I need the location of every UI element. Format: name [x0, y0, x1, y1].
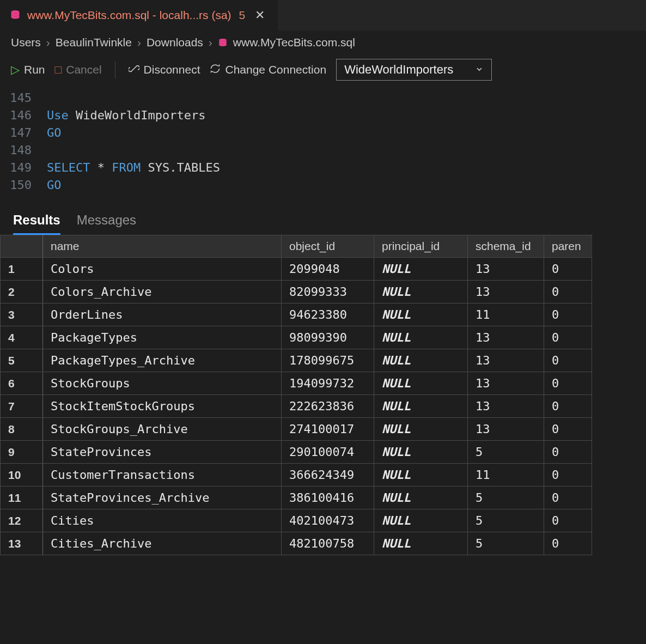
cancel-button[interactable]: □ Cancel [55, 63, 102, 76]
breadcrumb-item[interactable]: www.MyTecBits.com.sql [233, 36, 355, 49]
cell[interactable]: 386100416 [282, 487, 374, 509]
cell[interactable]: 94623380 [282, 303, 374, 326]
table-row[interactable]: 3OrderLines94623380NULL110 [1, 303, 592, 326]
cell[interactable]: 5 [468, 532, 544, 555]
cell[interactable]: 11 [468, 464, 544, 487]
column-header[interactable]: schema_id [468, 235, 544, 258]
cell[interactable]: 2099048 [282, 258, 374, 281]
cell[interactable]: StateProvinces [43, 441, 282, 464]
cell[interactable]: NULL [374, 532, 468, 555]
cell[interactable]: NULL [374, 464, 468, 487]
table-row[interactable]: 7StockItemStockGroups222623836NULL130 [1, 395, 592, 418]
cell[interactable]: NULL [374, 281, 468, 303]
breadcrumb-item[interactable]: Downloads [147, 36, 203, 49]
cell[interactable]: Colors_Archive [43, 281, 282, 303]
table-row[interactable]: 13Cities_Archive482100758NULL50 [1, 532, 592, 555]
table-row[interactable]: 8StockGroups_Archive274100017NULL130 [1, 418, 592, 441]
cell[interactable]: NULL [374, 509, 468, 532]
cell[interactable]: 13 [468, 418, 544, 441]
cell[interactable]: Colors [43, 258, 282, 281]
cell[interactable]: NULL [374, 487, 468, 509]
cell[interactable]: 274100017 [282, 418, 374, 441]
cell[interactable]: CustomerTransactions [43, 464, 282, 487]
run-button[interactable]: ▷ Run [11, 63, 45, 76]
cell[interactable]: NULL [374, 372, 468, 395]
cell[interactable]: 0 [544, 303, 592, 326]
cell[interactable]: 13 [468, 372, 544, 395]
cell[interactable]: 13 [468, 326, 544, 349]
table-row[interactable]: 6StockGroups194099732NULL130 [1, 372, 592, 395]
cell[interactable]: 5 [468, 441, 544, 464]
cell[interactable]: Cities_Archive [43, 532, 282, 555]
cell[interactable]: 13 [468, 349, 544, 372]
cell[interactable]: 0 [544, 464, 592, 487]
database-selector[interactable]: WideWorldImporters [336, 59, 492, 81]
tab-results[interactable]: Results [13, 212, 60, 235]
table-row[interactable]: 2Colors_Archive82099333NULL130 [1, 281, 592, 303]
code-line[interactable]: Use WideWorldImporters [47, 107, 205, 124]
sql-editor[interactable]: 145146Use WideWorldImporters147GO148149S… [0, 87, 646, 205]
cell[interactable]: OrderLines [43, 303, 282, 326]
cell[interactable]: 482100758 [282, 532, 374, 555]
cell[interactable]: 13 [468, 395, 544, 418]
cell[interactable]: NULL [374, 303, 468, 326]
cell[interactable]: 5 [468, 487, 544, 509]
breadcrumb-item[interactable]: Users [11, 36, 41, 49]
cell[interactable]: NULL [374, 258, 468, 281]
change-connection-button[interactable]: Change Connection [210, 63, 326, 77]
cell[interactable]: 290100074 [282, 441, 374, 464]
cell[interactable]: 13 [468, 281, 544, 303]
cell[interactable]: 98099390 [282, 326, 374, 349]
cell[interactable]: 13 [468, 258, 544, 281]
editor-tab[interactable]: www.MyTecBits.com.sql - localh...rs (sa)… [0, 0, 278, 31]
cell[interactable]: 0 [544, 532, 592, 555]
cell[interactable]: 0 [544, 509, 592, 532]
cell[interactable]: NULL [374, 441, 468, 464]
cell[interactable]: 0 [544, 395, 592, 418]
cell[interactable]: PackageTypes_Archive [43, 349, 282, 372]
code-line[interactable]: GO [47, 124, 62, 142]
disconnect-button[interactable]: Disconnect [129, 63, 200, 77]
cell[interactable]: 194099732 [282, 372, 374, 395]
cell[interactable]: Cities [43, 509, 282, 532]
cell[interactable]: 366624349 [282, 464, 374, 487]
cell[interactable]: 0 [544, 372, 592, 395]
cell[interactable]: NULL [374, 395, 468, 418]
cell[interactable]: NULL [374, 418, 468, 441]
cell[interactable]: 0 [544, 441, 592, 464]
cell[interactable]: 0 [544, 258, 592, 281]
cell[interactable]: 178099675 [282, 349, 374, 372]
close-icon[interactable]: ✕ [252, 7, 268, 23]
cell[interactable]: 0 [544, 281, 592, 303]
cell[interactable]: 11 [468, 303, 544, 326]
table-row[interactable]: 12Cities402100473NULL50 [1, 509, 592, 532]
breadcrumb-item[interactable]: BeaulinTwinkle [56, 36, 132, 49]
cell[interactable]: 0 [544, 418, 592, 441]
cell[interactable]: 0 [544, 487, 592, 509]
column-header[interactable]: object_id [282, 235, 374, 258]
table-row[interactable]: 10CustomerTransactions366624349NULL110 [1, 464, 592, 487]
cell[interactable]: 402100473 [282, 509, 374, 532]
table-row[interactable]: 1Colors2099048NULL130 [1, 258, 592, 281]
cell[interactable]: 82099333 [282, 281, 374, 303]
cell[interactable]: NULL [374, 326, 468, 349]
cell[interactable]: NULL [374, 349, 468, 372]
results-grid[interactable]: name object_id principal_id schema_id pa… [0, 235, 646, 555]
cell[interactable]: 0 [544, 326, 592, 349]
cell[interactable]: 0 [544, 349, 592, 372]
code-line[interactable]: GO [47, 177, 62, 194]
table-row[interactable]: 9StateProvinces290100074NULL50 [1, 441, 592, 464]
cell[interactable]: StockGroups [43, 372, 282, 395]
cell[interactable]: StockGroups_Archive [43, 418, 282, 441]
table-row[interactable]: 5PackageTypes_Archive178099675NULL130 [1, 349, 592, 372]
cell[interactable]: 222623836 [282, 395, 374, 418]
table-row[interactable]: 11StateProvinces_Archive386100416NULL50 [1, 487, 592, 509]
column-header[interactable]: principal_id [374, 235, 468, 258]
column-header[interactable]: name [43, 235, 282, 258]
cell[interactable]: StateProvinces_Archive [43, 487, 282, 509]
cell[interactable]: StockItemStockGroups [43, 395, 282, 418]
cell[interactable]: 5 [468, 509, 544, 532]
tab-messages[interactable]: Messages [77, 212, 136, 235]
code-line[interactable]: SELECT * FROM SYS.TABLES [47, 159, 220, 177]
table-row[interactable]: 4PackageTypes98099390NULL130 [1, 326, 592, 349]
